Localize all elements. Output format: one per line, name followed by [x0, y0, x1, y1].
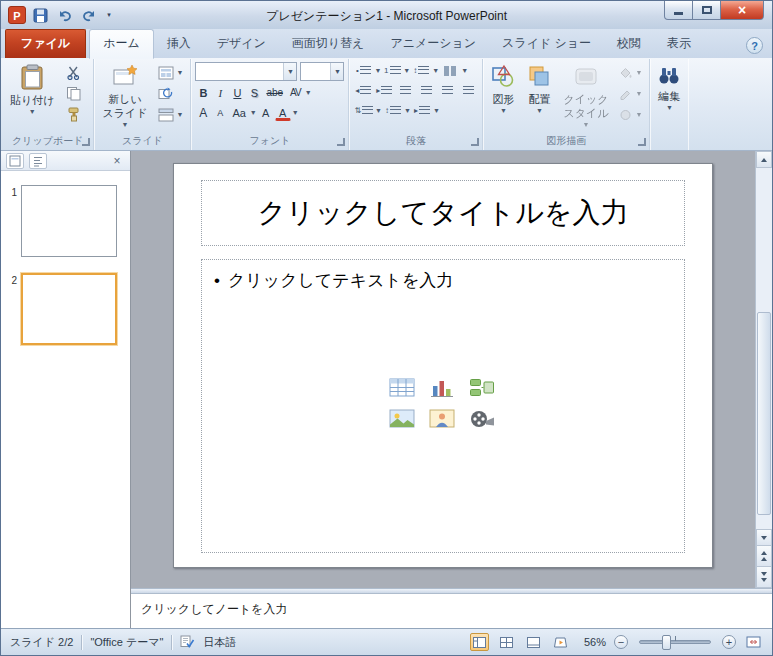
qat-customize-dropdown-icon[interactable]: ▾: [103, 5, 115, 25]
line-spacing-button[interactable]: ↕: [411, 62, 431, 79]
shape-fill-dropdown-icon[interactable]: ▼: [635, 69, 642, 76]
font-size-dropdown-icon[interactable]: ▼: [330, 63, 343, 80]
maximize-button[interactable]: [693, 1, 720, 20]
undo-icon[interactable]: [55, 5, 75, 25]
font-color-button[interactable]: A: [275, 107, 291, 121]
insert-table-icon[interactable]: [388, 377, 416, 400]
bullets-dropdown-icon[interactable]: ▼: [374, 67, 381, 74]
decrease-indent-button[interactable]: ◂: [353, 82, 373, 99]
change-case-button[interactable]: Aa: [229, 104, 248, 121]
slide-canvas[interactable]: クリックしてタイトルを入力 • クリックしてテキストを入力: [173, 163, 713, 568]
align-left-button[interactable]: [395, 82, 415, 99]
paragraph-dialog-launcher[interactable]: [471, 138, 479, 146]
zoom-level[interactable]: 56%: [578, 636, 606, 648]
spell-check-status-icon[interactable]: [180, 635, 195, 650]
clear-formatting-button[interactable]: A: [258, 104, 274, 121]
notes-pane[interactable]: クリックしてノートを入力: [131, 594, 772, 628]
align-text-dropdown-icon[interactable]: ▼: [404, 107, 411, 114]
slide-2-thumbnail[interactable]: [21, 273, 117, 345]
thumbnail-slide-2[interactable]: 2: [1, 273, 130, 361]
reading-view-button[interactable]: [524, 633, 543, 651]
vertical-scrollbar[interactable]: [755, 151, 772, 588]
close-button[interactable]: ×: [720, 1, 764, 20]
font-name-dropdown-icon[interactable]: ▼: [283, 63, 296, 80]
tab-slideshow[interactable]: スライド ショー: [489, 30, 604, 58]
fit-to-window-button[interactable]: [744, 633, 763, 651]
shape-outline-button[interactable]: ▼: [616, 85, 645, 102]
numbering-button[interactable]: 1: [382, 62, 402, 79]
numbering-dropdown-icon[interactable]: ▼: [403, 67, 410, 74]
slides-tab[interactable]: [6, 153, 24, 169]
tab-home[interactable]: ホーム: [89, 29, 154, 59]
columns-button[interactable]: [440, 62, 460, 79]
tab-design[interactable]: デザイン: [204, 30, 279, 58]
copy-button[interactable]: [63, 85, 85, 102]
font-color-dropdown-icon[interactable]: ▼: [292, 109, 299, 116]
convert-to-smartart-dropdown-icon[interactable]: ▼: [433, 107, 440, 114]
tab-view[interactable]: 表示: [654, 30, 704, 58]
strikethrough-button[interactable]: abe: [263, 84, 286, 101]
scrollbar-track[interactable]: [756, 168, 772, 529]
line-spacing-dropdown-icon[interactable]: ▼: [432, 67, 439, 74]
close-pane-icon[interactable]: ×: [109, 153, 125, 169]
cut-button[interactable]: [63, 64, 85, 81]
content-placeholder[interactable]: • クリックしてテキストを入力: [201, 259, 685, 553]
paste-dropdown-icon[interactable]: ▼: [29, 108, 36, 115]
align-center-button[interactable]: [416, 82, 436, 99]
tab-file[interactable]: ファイル: [5, 29, 86, 58]
paste-button[interactable]: 貼り付け ▼: [4, 60, 61, 118]
zoom-in-button[interactable]: +: [722, 635, 736, 649]
tab-insert[interactable]: 挿入: [154, 30, 204, 58]
scroll-up-button[interactable]: [756, 151, 772, 168]
normal-view-button[interactable]: [470, 633, 489, 651]
zoom-out-button[interactable]: −: [614, 635, 628, 649]
insert-clipart-icon[interactable]: [428, 408, 456, 431]
tab-review[interactable]: 校閲: [604, 30, 654, 58]
shape-outline-dropdown-icon[interactable]: ▼: [635, 90, 642, 97]
text-shadow-button[interactable]: S: [246, 84, 262, 101]
grow-font-button[interactable]: A: [195, 104, 211, 121]
slideshow-button[interactable]: [551, 633, 570, 651]
format-painter-button[interactable]: [63, 106, 85, 123]
quick-styles-dropdown-icon[interactable]: ▼: [582, 121, 589, 128]
text-direction-button[interactable]: ⇅: [353, 102, 374, 119]
next-slide-button[interactable]: [756, 567, 772, 588]
new-slide-dropdown-icon[interactable]: ▼: [121, 121, 128, 128]
insert-smartart-icon[interactable]: [468, 377, 496, 400]
drawing-dialog-launcher[interactable]: [638, 138, 646, 146]
language-status[interactable]: 日本語: [203, 635, 236, 650]
slide-1-thumbnail[interactable]: [21, 185, 117, 257]
underline-button[interactable]: U: [229, 84, 245, 101]
title-placeholder[interactable]: クリックしてタイトルを入力: [201, 180, 685, 246]
font-dialog-launcher[interactable]: [337, 138, 345, 146]
layout-dropdown-icon[interactable]: ▼: [176, 69, 183, 76]
save-button[interactable]: [31, 5, 51, 25]
arrange-button[interactable]: 配置 ▼: [521, 60, 557, 117]
insert-media-icon[interactable]: [468, 408, 496, 431]
zoom-slider[interactable]: [639, 640, 711, 644]
insert-chart-icon[interactable]: [428, 377, 456, 400]
text-direction-dropdown-icon[interactable]: ▼: [375, 107, 382, 114]
shapes-dropdown-icon[interactable]: ▼: [500, 107, 507, 114]
character-spacing-dropdown-icon[interactable]: ▼: [305, 89, 312, 96]
scrollbar-thumb[interactable]: [757, 312, 771, 514]
clipboard-dialog-launcher[interactable]: [82, 138, 90, 146]
convert-to-smartart-button[interactable]: ▸: [412, 102, 432, 119]
insert-picture-icon[interactable]: [388, 408, 416, 431]
shape-fill-button[interactable]: ▼: [616, 64, 645, 81]
scroll-down-button[interactable]: [756, 529, 772, 546]
increase-indent-button[interactable]: ▸: [374, 82, 394, 99]
section-dropdown-icon[interactable]: ▼: [176, 111, 183, 118]
tab-transitions[interactable]: 画面切り替え: [279, 30, 378, 58]
columns-dropdown-icon[interactable]: ▼: [461, 67, 468, 74]
change-case-dropdown-icon[interactable]: ▼: [250, 109, 257, 116]
new-slide-button[interactable]: 新しい スライド ▼: [96, 60, 153, 131]
editing-dropdown-icon[interactable]: ▼: [666, 104, 673, 111]
powerpoint-app-icon[interactable]: P: [7, 5, 27, 25]
zoom-slider-thumb[interactable]: [662, 635, 671, 650]
layout-button[interactable]: ▼: [155, 64, 186, 81]
arrange-dropdown-icon[interactable]: ▼: [536, 107, 543, 114]
align-right-button[interactable]: [437, 82, 457, 99]
font-size-combo[interactable]: ▼: [300, 62, 344, 81]
tab-animations[interactable]: アニメーション: [377, 30, 489, 58]
